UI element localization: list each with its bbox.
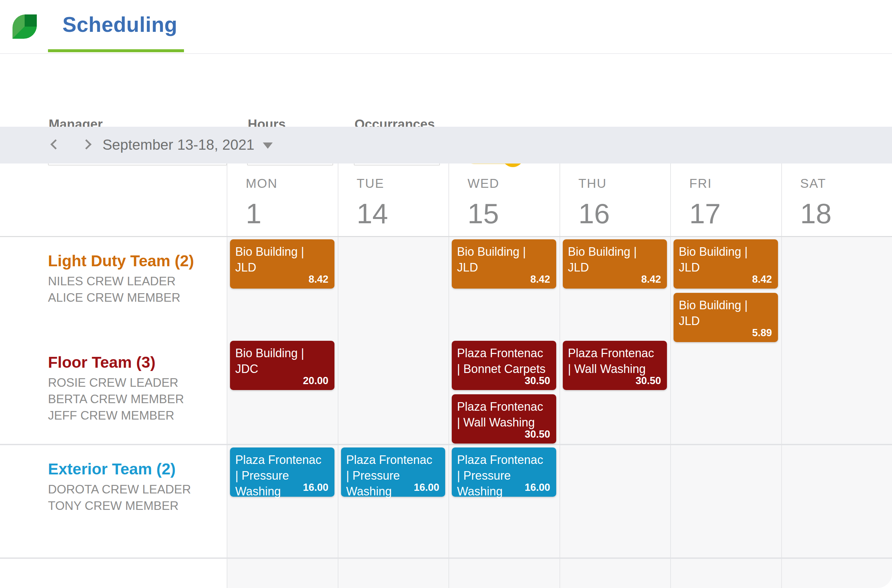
schedule-grid: MON1TUE14WED15THU16FRI17SAT18 Light Duty… (0, 164, 892, 588)
team-row: Exterior Team (2)DOROTA CREW LEADERTONY … (0, 445, 892, 559)
event-card[interactable]: Bio Building | JDC20.00 (230, 341, 334, 390)
day-cell[interactable] (338, 237, 449, 342)
event-title: Bio Building | JLD (679, 297, 773, 329)
team-row: Floor Team (3)ROSIE CREW LEADERBERTA CRE… (0, 339, 892, 445)
day-header-cell: THU16 (560, 164, 671, 236)
event-hours: 20.00 (303, 375, 329, 387)
day-cell[interactable] (670, 339, 781, 444)
next-week-button[interactable] (81, 139, 91, 149)
event-card[interactable]: Bio Building | JLD8.42 (452, 239, 556, 289)
team-member: ALICE CREW MEMBER (48, 290, 220, 306)
day-cell[interactable] (560, 559, 671, 588)
day-cell[interactable]: Bio Building | JLD8.42 (560, 237, 671, 342)
event-title: Plaza Frontenac | Wall Washing (568, 345, 662, 377)
day-number: 1 (246, 198, 338, 228)
day-cell[interactable]: Bio Building | JLD8.42Bio Building | JLD… (670, 237, 781, 342)
event-hours: 16.00 (525, 482, 550, 494)
event-hours: 30.50 (635, 375, 661, 387)
team-cell (0, 559, 227, 588)
event-card[interactable]: Bio Building | JLD8.42 (230, 239, 334, 289)
date-range-caret-icon[interactable] (263, 142, 273, 149)
day-name: THU (579, 176, 671, 191)
team-member: NILES CREW LEADER (48, 273, 220, 290)
event-hours: 8.42 (308, 273, 328, 285)
day-cell[interactable]: Plaza Frontenac | Bonnet Carpets30.50Pla… (448, 339, 560, 444)
day-cell[interactable]: Bio Building | JDC20.00 (227, 339, 338, 444)
team-name: Floor Team (3) (48, 353, 220, 372)
day-cell[interactable] (338, 559, 449, 588)
team-member: BERTA CREW MEMBER (48, 391, 220, 407)
team-cell: Floor Team (3)ROSIE CREW LEADERBERTA CRE… (0, 339, 227, 444)
event-card[interactable]: Plaza Frontenac | Pressure Washing16.00 (452, 447, 556, 497)
event-hours: 30.50 (525, 375, 550, 387)
team-cell: Light Duty Team (2)NILES CREW LEADERALIC… (0, 237, 227, 342)
day-cell[interactable] (448, 559, 560, 588)
day-number: 16 (579, 198, 671, 228)
day-cell[interactable] (338, 339, 449, 444)
day-number: 14 (357, 198, 449, 228)
event-card[interactable]: Plaza Frontenac | Wall Washing30.50 (452, 394, 556, 444)
title-underline (48, 49, 184, 52)
filter-bar: Manager Jane Ops Manager Hours Man Occur… (0, 54, 892, 127)
event-card[interactable]: Bio Building | JLD8.42 (563, 239, 667, 289)
day-cell[interactable] (781, 237, 892, 342)
prev-week-button[interactable] (50, 139, 60, 149)
team-member: ROSIE CREW LEADER (48, 375, 220, 391)
event-title: Plaza Frontenac | Bonnet Carpets (457, 345, 551, 377)
day-cell[interactable] (670, 445, 781, 558)
day-cell[interactable] (227, 559, 338, 588)
leaf-logo-icon (12, 15, 37, 39)
event-hours: 30.50 (525, 429, 550, 440)
team-name: Exterior Team (2) (48, 460, 220, 478)
partial-row (0, 559, 892, 588)
event-hours: 16.00 (303, 482, 329, 494)
day-cell[interactable]: Plaza Frontenac | Pressure Washing16.00 (338, 445, 449, 558)
day-cell[interactable] (670, 559, 781, 588)
day-cell[interactable] (560, 445, 671, 558)
event-card[interactable]: Plaza Frontenac | Pressure Washing16.00 (230, 447, 334, 497)
day-name: FRI (689, 176, 781, 191)
event-title: Plaza Frontenac | Wall Washing (457, 399, 551, 430)
event-card[interactable]: Bio Building | JLD8.42 (674, 239, 778, 289)
team-rows: Light Duty Team (2)NILES CREW LEADERALIC… (0, 237, 892, 588)
scheduling-app: Scheduling Manager Jane Ops Manager Hour… (0, 0, 892, 588)
team-member: DOROTA CREW LEADER (48, 481, 220, 498)
day-number: 17 (689, 198, 781, 228)
event-hours: 5.89 (752, 327, 772, 339)
event-card[interactable]: Plaza Frontenac | Bonnet Carpets30.50 (452, 341, 556, 390)
day-name: SAT (800, 176, 892, 191)
day-cell[interactable]: Plaza Frontenac | Wall Washing30.50 (560, 339, 671, 444)
day-cell[interactable]: Plaza Frontenac | Pressure Washing16.00 (227, 445, 338, 558)
event-card[interactable]: Bio Building | JLD5.89 (674, 293, 778, 342)
event-card[interactable]: Plaza Frontenac | Pressure Washing16.00 (341, 447, 445, 497)
day-cell[interactable] (781, 339, 892, 444)
event-hours: 8.42 (752, 273, 772, 285)
event-title: Bio Building | JLD (235, 244, 329, 276)
day-number: 18 (800, 198, 892, 228)
team-name: Light Duty Team (2) (48, 252, 220, 270)
day-header-cell: TUE14 (338, 164, 449, 236)
event-card[interactable]: Plaza Frontenac | Wall Washing30.50 (563, 341, 667, 390)
day-cell[interactable] (781, 445, 892, 558)
event-title: Bio Building | JLD (457, 244, 551, 276)
event-title: Bio Building | JDC (235, 345, 329, 377)
team-member: JEFF CREW MEMBER (48, 407, 220, 424)
team-cell: Exterior Team (2)DOROTA CREW LEADERTONY … (0, 445, 227, 558)
calendar-corner-cell (0, 164, 227, 236)
team-row: Light Duty Team (2)NILES CREW LEADERALIC… (0, 237, 892, 339)
day-header-cell: WED15 (448, 164, 560, 236)
date-nav-bar: September 13-18, 2021 (0, 127, 892, 164)
day-name: TUE (357, 176, 449, 191)
day-header-cell: MON1 (227, 164, 338, 236)
date-range-label[interactable]: September 13-18, 2021 (102, 136, 254, 153)
event-title: Bio Building | JLD (679, 244, 773, 276)
day-cell[interactable]: Bio Building | JLD8.42 (448, 237, 560, 342)
day-number: 15 (468, 198, 560, 228)
event-hours: 8.42 (641, 273, 661, 285)
day-cell[interactable]: Bio Building | JLD8.42 (227, 237, 338, 342)
event-hours: 16.00 (414, 482, 439, 494)
day-cell[interactable] (781, 559, 892, 588)
team-member: TONY CREW MEMBER (48, 498, 220, 514)
day-cell[interactable]: Plaza Frontenac | Pressure Washing16.00 (448, 445, 560, 558)
day-header-row: MON1TUE14WED15THU16FRI17SAT18 (0, 164, 892, 237)
